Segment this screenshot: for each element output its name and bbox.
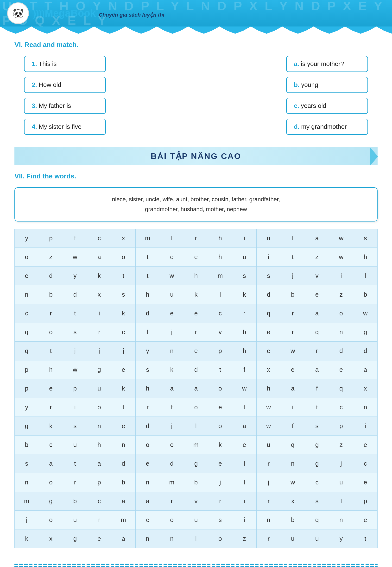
grid-cell-1-1: z <box>39 248 63 266</box>
grid-cell-13-4: b <box>111 473 136 492</box>
grid-cell-3-11: b <box>281 285 305 304</box>
header: U I T T H O Y N D P L Y L N D P X L Y N … <box>0 0 392 27</box>
grid-cell-15-8: s <box>208 510 232 529</box>
grid-cell-2-2: y <box>63 266 87 285</box>
grid-cell-1-12: z <box>305 248 329 266</box>
grid-cell-10-9: a <box>232 417 257 435</box>
grid-cell-11-1: c <box>39 435 63 454</box>
match-left-3-num: 3. <box>32 102 37 109</box>
grid-cell-7-5: s <box>135 360 160 379</box>
match-right-d-text: my grandmother <box>301 123 347 130</box>
grid-cell-12-9: l <box>232 454 257 473</box>
grid-cell-6-14: d <box>353 341 378 360</box>
grid-cell-15-5: c <box>135 510 160 529</box>
grid-cell-14-3: c <box>87 492 111 510</box>
match-right-a-letter: a. <box>294 60 299 67</box>
grid-cell-8-4: k <box>111 379 136 398</box>
logo-icon: 🐼 <box>10 5 27 22</box>
grid-cell-15-6: o <box>160 510 184 529</box>
grid-row-11: bcuhnoomkeuqgze <box>15 435 378 454</box>
grid-cell-14-11: x <box>281 492 305 510</box>
grid-cell-0-8: h <box>208 229 232 248</box>
grid-cell-9-2: i <box>63 398 87 417</box>
grid-cell-7-1: h <box>39 360 63 379</box>
match-left-4: 4. My sister is five <box>24 119 106 135</box>
match-left-2-text: How old <box>39 81 61 88</box>
grid-row-8: pepukhaaowhafqx <box>15 379 378 398</box>
grid-cell-15-0: j <box>15 510 39 529</box>
grid-cell-10-1: k <box>39 417 63 435</box>
grid-row-2: edykttwhmssjvil <box>15 266 378 285</box>
grid-cell-2-4: t <box>111 266 136 285</box>
grid-cell-2-3: k <box>87 266 111 285</box>
wavy-line-1 <box>14 563 378 563</box>
logo: 🐼 <box>7 2 29 24</box>
grid-cell-1-11: t <box>281 248 305 266</box>
grid-cell-14-8: r <box>208 492 232 510</box>
grid-cell-16-0: k <box>15 529 39 548</box>
grid-cell-12-12: g <box>305 454 329 473</box>
grid-cell-0-6: l <box>160 229 184 248</box>
grid-cell-2-14: l <box>353 266 378 285</box>
section-vii-title: VII. Find the words. <box>14 172 378 180</box>
grid-cell-2-12: v <box>305 266 329 285</box>
grid-cell-16-2: g <box>63 529 87 548</box>
grid-cell-10-12: s <box>305 417 329 435</box>
grid-cell-0-14: s <box>353 229 378 248</box>
grid-cell-16-5: n <box>135 529 160 548</box>
footer-wavy <box>0 563 392 567</box>
grid-cell-5-7: r <box>184 323 208 341</box>
grid-row-6: qtjjjynephewrdd <box>15 341 378 360</box>
grid-cell-12-1: a <box>39 454 63 473</box>
grid-cell-4-11: r <box>281 304 305 323</box>
grid-row-1: ozwaoteehuitzwh <box>15 248 378 266</box>
grid-cell-0-9: i <box>232 229 257 248</box>
grid-cell-11-3: h <box>87 435 111 454</box>
grid-cell-8-13: q <box>329 379 353 398</box>
match-right-column: a. is your mother? b. young c. years old… <box>286 56 368 135</box>
word-search-grid-container: ypfcxmlrhinlawsozwaoteehuitzwhedykttwhms… <box>14 229 378 548</box>
grid-cell-5-9: b <box>232 323 257 341</box>
grid-cell-7-13: e <box>329 360 353 379</box>
grid-cell-13-7: b <box>184 473 208 492</box>
grid-cell-4-4: k <box>111 304 136 323</box>
grid-cell-3-13: z <box>329 285 353 304</box>
grid-cell-3-14: b <box>353 285 378 304</box>
grid-cell-9-5: r <box>135 398 160 417</box>
grid-cell-0-7: r <box>184 229 208 248</box>
grid-cell-9-9: t <box>232 398 257 417</box>
grid-cell-5-8: v <box>208 323 232 341</box>
grid-cell-16-7: l <box>184 529 208 548</box>
grid-cell-8-9: w <box>232 379 257 398</box>
grid-cell-8-11: a <box>281 379 305 398</box>
grid-cell-2-6: w <box>160 266 184 285</box>
grid-cell-2-5: t <box>135 266 160 285</box>
grid-cell-12-4: d <box>111 454 136 473</box>
grid-cell-8-8: o <box>208 379 232 398</box>
grid-cell-4-2: t <box>63 304 87 323</box>
grid-cell-6-6: n <box>160 341 184 360</box>
grid-cell-13-13: u <box>329 473 353 492</box>
grid-cell-0-2: f <box>63 229 87 248</box>
grid-cell-16-9: z <box>232 529 257 548</box>
grid-cell-16-6: n <box>160 529 184 548</box>
grid-cell-8-12: f <box>305 379 329 398</box>
banner: BÀI TẬP NÂNG CAO <box>14 147 378 165</box>
grid-cell-12-8: e <box>208 454 232 473</box>
grid-cell-7-9: f <box>232 360 257 379</box>
grid-cell-16-1: x <box>39 529 63 548</box>
grid-cell-3-0: n <box>15 285 39 304</box>
grid-cell-9-8: e <box>208 398 232 417</box>
match-right-b-letter: b. <box>294 81 299 88</box>
grid-row-10: gksnedjloawfspi <box>15 417 378 435</box>
grid-cell-6-0: q <box>15 341 39 360</box>
grid-cell-0-5: m <box>135 229 160 248</box>
grid-cell-16-12: u <box>305 529 329 548</box>
grid-cell-14-7: v <box>184 492 208 510</box>
grid-cell-11-13: z <box>329 435 353 454</box>
grid-cell-4-5: d <box>135 304 160 323</box>
grid-cell-13-1: o <box>39 473 63 492</box>
grid-cell-5-4: c <box>111 323 136 341</box>
match-left-2: 2. How old <box>24 77 106 93</box>
match-right-c-letter: c. <box>294 102 299 109</box>
